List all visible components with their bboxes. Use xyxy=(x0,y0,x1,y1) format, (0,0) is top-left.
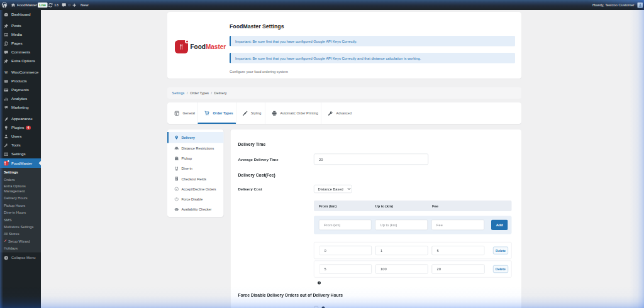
svg-text:W: W xyxy=(4,70,8,74)
